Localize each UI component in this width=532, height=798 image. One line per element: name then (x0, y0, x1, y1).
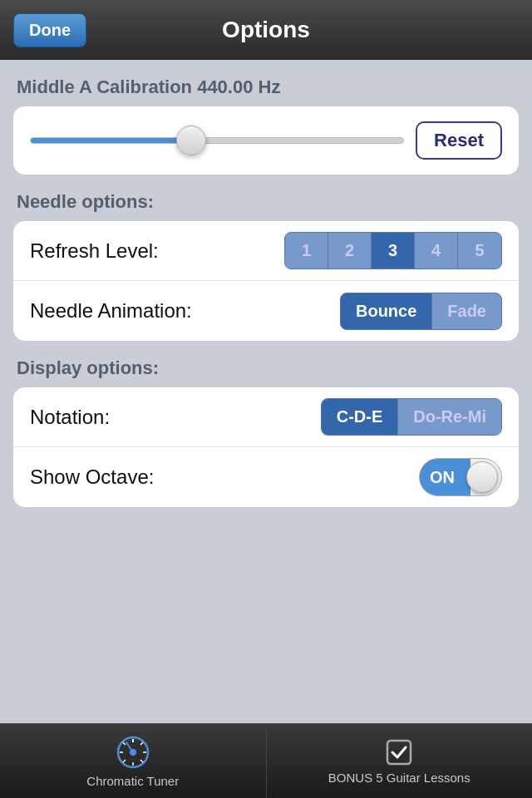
tuner-icon (115, 734, 151, 771)
notation-label: Notation: (30, 406, 321, 429)
tab-guitar-lessons[interactable]: BONUS 5 Guitar Lessons (267, 724, 533, 798)
tab-chromatic-label: Chromatic Tuner (86, 774, 179, 788)
notation-control: C-D-E Do-Re-Mi (321, 398, 502, 436)
calibration-slider-thumb[interactable] (176, 126, 206, 155)
calibration-card: Reset (13, 106, 519, 175)
notation-cde-btn[interactable]: C-D-E (322, 399, 399, 435)
page-title: Options (222, 17, 310, 43)
needle-animation-control: Bounce Fade (340, 293, 502, 330)
display-options-card: Notation: C-D-E Do-Re-Mi Show Octave: ON (13, 387, 519, 507)
refresh-level-label: Refresh Level: (30, 239, 284, 263)
header: Done Options (0, 0, 532, 60)
animation-bounce-btn[interactable]: Bounce (341, 293, 432, 329)
calibration-section-label: Middle A Calibration 440.00 Hz (13, 76, 519, 98)
svg-line-10 (126, 742, 133, 752)
tab-guitar-label: BONUS 5 Guitar Lessons (328, 771, 470, 785)
content-area: Middle A Calibration 440.00 Hz Reset Nee… (0, 60, 532, 723)
reset-button[interactable]: Reset (416, 121, 502, 160)
done-button[interactable]: Done (13, 13, 86, 47)
refresh-btn-5[interactable]: 5 (458, 233, 501, 268)
svg-line-9 (123, 760, 126, 762)
needle-options-card: Refresh Level: 1 2 3 4 5 Needle Animatio… (13, 221, 519, 341)
needle-animation-row: Needle Animation: Bounce Fade (13, 281, 519, 341)
svg-line-6 (123, 742, 126, 745)
display-options-section-label: Display options: (13, 357, 519, 379)
octave-label: Show Octave: (30, 466, 419, 489)
refresh-btn-4[interactable]: 4 (415, 233, 458, 268)
svg-line-7 (140, 760, 143, 762)
tab-bar: Chromatic Tuner BONUS 5 Guitar Lessons (0, 723, 532, 798)
animation-fade-btn[interactable]: Fade (432, 293, 501, 329)
svg-line-8 (140, 742, 143, 745)
needle-animation-label: Needle Animation: (30, 299, 340, 323)
refresh-level-control: 1 2 3 4 5 (284, 232, 502, 269)
refresh-btn-3[interactable]: 3 (372, 233, 415, 268)
svg-rect-11 (387, 741, 411, 764)
tab-chromatic-tuner[interactable]: Chromatic Tuner (0, 724, 267, 798)
toggle-on-label: ON (430, 468, 455, 487)
guitar-lessons-icon (384, 737, 414, 767)
notation-doremi-btn[interactable]: Do-Re-Mi (398, 399, 501, 435)
toggle-knob (466, 461, 498, 493)
calibration-slider-track (30, 137, 404, 144)
octave-toggle[interactable]: ON (419, 458, 502, 496)
refresh-btn-2[interactable]: 2 (328, 233, 372, 268)
refresh-level-row: Refresh Level: 1 2 3 4 5 (13, 221, 519, 281)
needle-options-section-label: Needle options: (13, 191, 519, 213)
calibration-slider-container (30, 126, 404, 155)
notation-row: Notation: C-D-E Do-Re-Mi (13, 387, 519, 447)
refresh-btn-1[interactable]: 1 (285, 233, 328, 268)
octave-row: Show Octave: ON (13, 447, 519, 507)
